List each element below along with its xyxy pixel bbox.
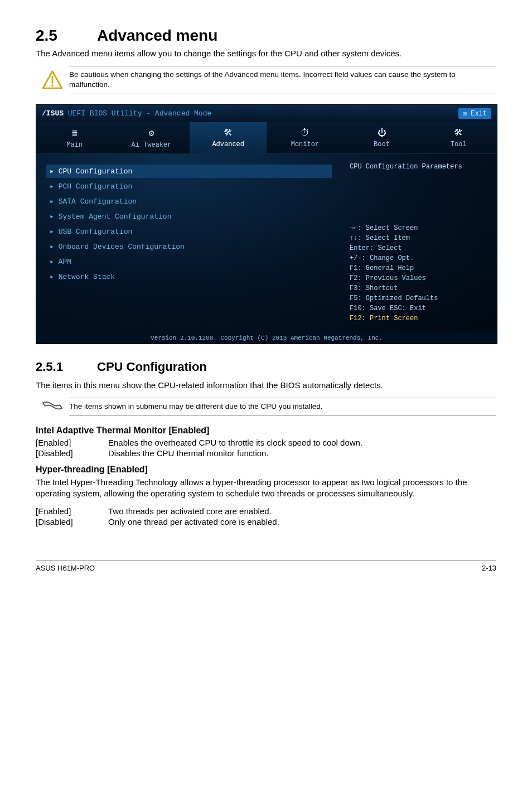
list-icon: ≣ [38, 128, 111, 139]
page-footer: ASUS H61M-PRO 2-13 [36, 560, 496, 572]
warning-text: Be cautious when changing the settings o… [69, 66, 496, 94]
bios-title-text: /ISUS UEFI BIOS Utility - Advanced Mode [42, 109, 211, 118]
bios-tab-label: Boot [374, 141, 390, 148]
warning-icon [42, 70, 63, 89]
bios-tab-monitor[interactable]: ⏱ Monitor [267, 122, 344, 153]
bios-menu-item[interactable]: ▸ SATA Configuration [46, 195, 332, 208]
param-key: [Enabled] [36, 438, 108, 447]
subsection-intro: The items in this menu show the CPU-rela… [36, 380, 496, 391]
gear-icon: ⚙ [115, 128, 188, 139]
param-value: Two threads per activated core are enabl… [108, 506, 496, 516]
gauge-icon: ⏱ [269, 128, 341, 138]
param-heading: Hyper-threading [Enabled] [36, 465, 496, 475]
bios-menu-item[interactable]: ▸ PCH Configuration [46, 180, 332, 193]
bios-tabs: ≣ Main ⚙ Ai Tweaker 🛠 Advanced ⏱ Monitor… [36, 122, 497, 154]
bios-tab-boot[interactable]: ⏻ Boot [344, 122, 420, 153]
bios-right-panel: CPU Configuration Parameters →←: Select … [342, 154, 497, 332]
param-row: [Enabled] Enables the overheated CPU to … [36, 438, 496, 447]
bios-help-keys: →←: Select Screen ↑↓: Select Item Enter:… [350, 223, 489, 323]
bios-footer: Version 2.10.1208. Copyright (C) 2013 Am… [36, 332, 497, 344]
section-intro: The Advanced menu items allow you to cha… [36, 48, 496, 59]
subsection-title: CPU Configuration [97, 360, 207, 374]
param-value: Only one thread per activated core is en… [108, 517, 496, 526]
param-key: [Enabled] [36, 506, 108, 516]
param-heading: Intel Adaptive Thermal Monitor [Enabled] [36, 426, 496, 436]
wrench-icon: 🛠 [422, 128, 495, 138]
tools-icon: 🛠 [192, 128, 264, 138]
note-callout: The items shown in submenu may be differ… [36, 398, 496, 416]
bios-title-bar: /ISUS UEFI BIOS Utility - Advanced Mode … [36, 105, 497, 122]
param-value: Disables the CPU thermal monitor functio… [108, 448, 496, 458]
bios-menu-item[interactable]: ▸ System Agent Configuration [46, 210, 332, 223]
bios-title-rest: UEFI BIOS Utility - Advanced Mode [64, 109, 211, 118]
bios-tab-ai-tweaker[interactable]: ⚙ Ai Tweaker [113, 122, 190, 153]
bios-menu-item[interactable]: ▸ APM [46, 255, 332, 268]
bios-exit-button[interactable]: ☒ Exit [458, 108, 491, 119]
footer-left: ASUS H61M-PRO [36, 564, 95, 572]
bios-brand: /ISUS [42, 109, 64, 118]
section-title: Advanced menu [97, 27, 217, 44]
bios-tab-advanced[interactable]: 🛠 Advanced [190, 122, 267, 153]
section-heading: 2.5Advanced menu [36, 27, 496, 45]
power-icon: ⏻ [346, 128, 418, 138]
param-row: [Disabled] Disables the CPU thermal moni… [36, 448, 496, 458]
param-row: [Disabled] Only one thread per activated… [36, 517, 496, 526]
bios-left-panel: ▸ CPU Configuration ▸ PCH Configuration … [36, 154, 342, 332]
bios-right-title: CPU Configuration Parameters [350, 163, 489, 171]
bios-tab-label: Monitor [291, 141, 319, 148]
svg-point-2 [51, 85, 54, 87]
bios-menu-item[interactable]: ▸ USB Configuration [46, 225, 332, 238]
bios-tab-label: Tool [451, 141, 467, 148]
param-intro: The Intel Hyper-Threading Technology all… [36, 477, 496, 500]
subsection-number: 2.5.1 [36, 360, 97, 374]
param-row: [Enabled] Two threads per activated core… [36, 506, 496, 516]
note-text: The items shown in submenu may be differ… [69, 398, 496, 416]
bios-tab-label: Main [66, 141, 83, 149]
subsection-heading: 2.5.1CPU Configuration [36, 360, 496, 374]
warning-callout: Be cautious when changing the settings o… [36, 66, 496, 94]
bios-menu-item[interactable]: ▸ Network Stack [46, 270, 332, 283]
bios-tab-label: Advanced [212, 141, 244, 148]
param-value: Enables the overheated CPU to throttle i… [108, 438, 496, 447]
bios-menu-item[interactable]: ▸ CPU Configuration [46, 165, 332, 178]
footer-right: 2-13 [482, 564, 496, 572]
bios-tab-label: Ai Tweaker [132, 141, 172, 149]
section-number: 2.5 [36, 27, 97, 45]
bios-tab-main[interactable]: ≣ Main [36, 122, 113, 153]
note-icon [42, 400, 63, 413]
bios-screenshot: /ISUS UEFI BIOS Utility - Advanced Mode … [36, 104, 497, 344]
param-key: [Disabled] [36, 517, 108, 526]
param-key: [Disabled] [36, 448, 108, 458]
bios-tab-tool[interactable]: 🛠 Tool [420, 122, 497, 153]
bios-menu-item[interactable]: ▸ Onboard Devices Configuration [46, 240, 332, 253]
